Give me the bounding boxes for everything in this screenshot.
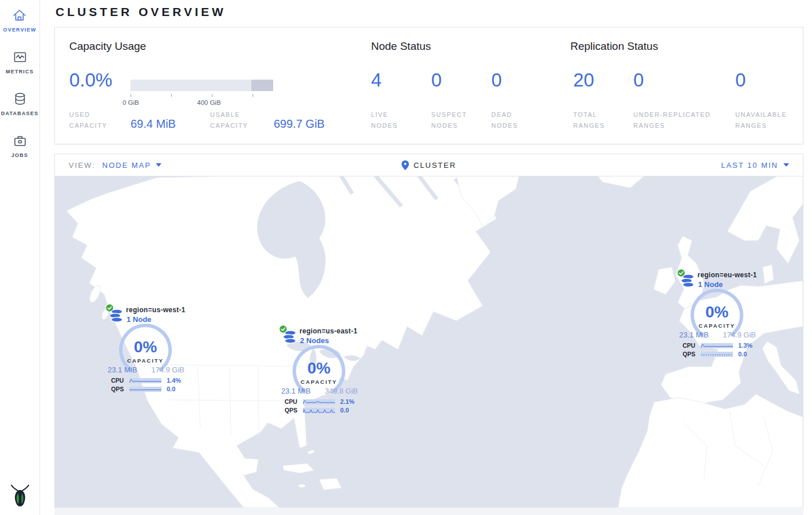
nodes-stack-icon xyxy=(680,274,696,289)
node-map: region=us-west-1 1 Node 0% CAPACITY 23.1… xyxy=(55,176,803,508)
sidebar-item-jobs[interactable]: JOBS xyxy=(11,133,28,158)
used-value: 23.1 MiB xyxy=(108,365,137,374)
capacity-values: 23.1 MiB 174.9 GiB xyxy=(679,331,756,339)
qps-row: QPS 0.0 xyxy=(111,386,175,392)
region-label[interactable]: region=us-west-1 xyxy=(126,306,186,314)
node-region-us-west-1[interactable]: region=us-west-1 1 Node 0% CAPACITY 23.1… xyxy=(105,304,191,395)
sidebar-item-label: OVERVIEW xyxy=(3,27,37,33)
cpu-value: 1.3% xyxy=(738,342,752,349)
cpu-label: CPU xyxy=(285,398,303,405)
qps-row: QPS 0.0 xyxy=(683,351,747,357)
total-ranges-label: TOTAL RANGES xyxy=(573,109,619,131)
live-nodes-label: LIVE NODES xyxy=(371,109,412,131)
region-label[interactable]: region=us-east-1 xyxy=(299,327,357,335)
breadcrumb-label: CLUSTER xyxy=(413,161,456,170)
cpu-sparkline xyxy=(701,343,733,348)
breadcrumb-cluster[interactable]: CLUSTER xyxy=(401,160,456,170)
time-range-dropdown[interactable]: LAST 10 MIN xyxy=(721,161,789,170)
page-footer-strip xyxy=(54,508,803,515)
gauge-percent: 0% xyxy=(705,303,729,321)
qps-label: QPS xyxy=(683,351,701,357)
qps-value: 0.0 xyxy=(167,386,175,392)
capacity-usage-title: Capacity Usage xyxy=(69,40,146,53)
cpu-sparkline xyxy=(303,399,335,404)
sidebar-item-label: DATABASES xyxy=(1,111,38,116)
usable-value: 349.8 GiB xyxy=(325,387,358,395)
capacity-used-percent: 0.0% xyxy=(69,69,112,91)
used-capacity-label: USED CAPACITY xyxy=(69,109,118,131)
sidebar-item-metrics[interactable]: METRICS xyxy=(6,50,34,74)
qps-label: QPS xyxy=(111,386,129,392)
nodes-stack-icon xyxy=(282,330,298,345)
cpu-sparkline xyxy=(129,378,161,383)
metrics-icon xyxy=(13,50,27,65)
suspect-nodes-value: 0 xyxy=(431,69,442,91)
capacity-bar-segment xyxy=(251,80,273,91)
axis-tick-label: 0 GiB xyxy=(123,99,139,106)
sidebar-item-databases[interactable]: DATABASES xyxy=(1,92,38,116)
cpu-label: CPU xyxy=(683,342,701,349)
time-range-value: LAST 10 MIN xyxy=(721,161,778,170)
qps-row: QPS 0.0 xyxy=(285,407,349,414)
axis-tick xyxy=(171,94,172,97)
usable-capacity-label: USABLE CAPACITY xyxy=(210,109,265,131)
usable-value: 174.9 GiB xyxy=(151,365,184,374)
axis-tick xyxy=(131,94,131,97)
gauge-percent: 0% xyxy=(308,359,331,377)
databases-icon xyxy=(13,92,27,107)
cpu-row: CPU 1.3% xyxy=(683,342,752,349)
qps-label: QPS xyxy=(285,407,303,414)
chevron-down-icon xyxy=(156,163,161,167)
cockroachdb-admin-ui: OVERVIEW METRICS DATABASES JOBS xyxy=(0,0,812,515)
qps-value: 0.0 xyxy=(738,351,747,357)
node-region-eu-west-1[interactable]: region=eu-west-1 1 Node 0% CAPACITY 23.1… xyxy=(677,269,763,360)
cpu-value: 1.4% xyxy=(167,377,181,384)
usable-value: 174.9 GiB xyxy=(723,331,756,339)
qps-value: 0.0 xyxy=(340,407,349,414)
chevron-down-icon xyxy=(783,163,789,167)
main-content: CLUSTER OVERVIEW Capacity Usage 0.0% 0 G… xyxy=(41,0,812,515)
sidebar-item-label: METRICS xyxy=(6,69,34,74)
view-mode-dropdown[interactable]: NODE MAP xyxy=(103,161,161,170)
qps-sparkline xyxy=(303,408,335,413)
total-ranges-value: 20 xyxy=(573,69,594,91)
cpu-value: 2.1% xyxy=(340,398,354,405)
cpu-label: CPU xyxy=(111,377,129,384)
suspect-nodes-label: SUSPECT NODES xyxy=(431,109,477,131)
axis-tick-label: 400 GiB xyxy=(197,99,221,106)
view-header: VIEW: NODE MAP CLUSTER LAST 10 MIN xyxy=(55,154,803,176)
gauge-percent: 0% xyxy=(134,338,157,356)
gauge-caption: CAPACITY xyxy=(301,379,337,385)
sidebar: OVERVIEW METRICS DATABASES JOBS xyxy=(0,0,40,515)
qps-sparkline xyxy=(701,352,733,357)
gauge-caption: CAPACITY xyxy=(127,357,164,364)
usable-capacity-value: 699.7 GiB xyxy=(274,117,325,131)
node-region-us-east-1[interactable]: region=us-east-1 2 Nodes 0% CAPACITY 23.… xyxy=(279,325,365,416)
cluster-summary-panel: Capacity Usage 0.0% 0 GiB 400 GiB USED C… xyxy=(54,27,803,144)
under-replicated-value: 0 xyxy=(633,69,644,91)
gauge-caption: CAPACITY xyxy=(699,323,735,329)
cockroachdb-logo xyxy=(10,483,30,509)
region-label[interactable]: region=eu-west-1 xyxy=(697,271,757,279)
capacity-values: 23.1 MiB 349.8 GiB xyxy=(281,387,358,395)
used-value: 23.1 MiB xyxy=(281,387,310,395)
under-replicated-label: UNDER-REPLICATED RANGES xyxy=(633,109,722,131)
page-title: CLUSTER OVERVIEW xyxy=(56,5,226,19)
used-value: 23.1 MiB xyxy=(679,331,708,339)
replication-status-title: Replication Status xyxy=(570,40,658,53)
live-nodes-value: 4 xyxy=(371,69,381,91)
home-icon xyxy=(12,8,27,23)
sidebar-item-label: JOBS xyxy=(11,152,28,158)
axis-tick xyxy=(253,94,253,97)
node-status-title: Node Status xyxy=(371,40,431,53)
qps-sparkline xyxy=(129,387,161,392)
cpu-row: CPU 2.1% xyxy=(285,398,354,405)
nodes-stack-icon xyxy=(108,309,124,324)
view-mode-value: NODE MAP xyxy=(103,161,151,170)
capacity-bar-chart xyxy=(131,80,273,91)
location-pin-icon xyxy=(401,160,409,170)
cpu-row: CPU 1.4% xyxy=(111,377,181,384)
unavailable-ranges-label: UNAVAILABLE RANGES xyxy=(735,109,798,131)
sidebar-item-overview[interactable]: OVERVIEW xyxy=(3,8,37,33)
axis-tick xyxy=(212,94,212,97)
